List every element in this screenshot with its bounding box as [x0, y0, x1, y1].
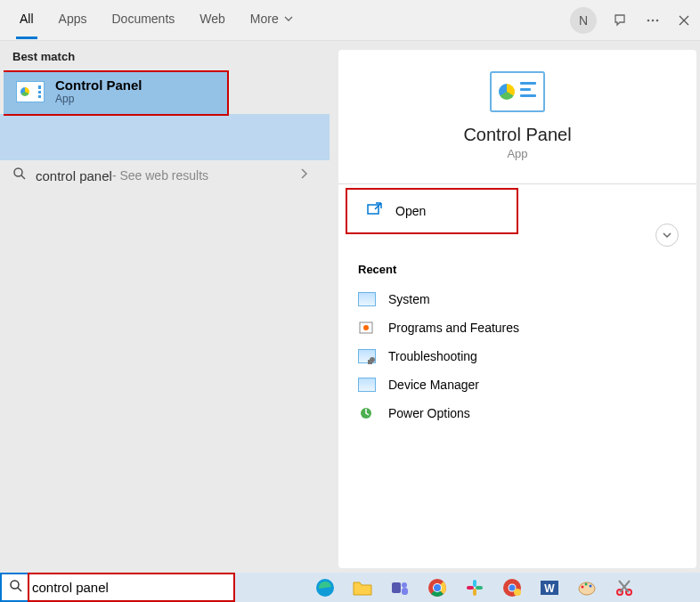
svg-point-26 — [509, 584, 516, 590]
web-result-item[interactable]: control panel - See web results — [0, 158, 330, 193]
feedback-icon[interactable] — [613, 12, 629, 28]
web-result-term: control panel — [36, 168, 112, 183]
ellipsis-icon[interactable] — [645, 12, 661, 28]
recent-item-label: Device Manager — [388, 378, 479, 392]
svg-rect-5 — [368, 205, 378, 214]
svg-rect-23 — [467, 586, 474, 590]
recent-item-troubleshooting[interactable]: Troubleshooting — [358, 342, 677, 370]
svg-rect-12 — [392, 582, 401, 593]
best-match-title: Control Panel — [55, 77, 142, 93]
svg-point-0 — [647, 19, 650, 21]
recent-item-label: Programs and Features — [388, 321, 519, 335]
edge-icon[interactable] — [315, 578, 335, 598]
teams-icon[interactable] — [390, 578, 410, 598]
tab-list: All Apps Documents Web More — [16, 1, 570, 39]
svg-point-2 — [656, 19, 659, 21]
tab-more[interactable]: More — [247, 1, 297, 39]
control-panel-icon — [16, 81, 45, 102]
best-match-label: Best match — [0, 41, 330, 70]
recent-item-label: Power Options — [388, 406, 470, 420]
tab-documents[interactable]: Documents — [108, 1, 178, 39]
svg-point-32 — [585, 582, 588, 585]
recent-item-system[interactable]: System — [358, 285, 677, 313]
recent-item-label: Troubleshooting — [388, 349, 477, 363]
recent-section: Recent System Programs and Features Trou… — [338, 247, 696, 427]
svg-point-13 — [402, 582, 407, 588]
svg-text:W: W — [544, 582, 555, 595]
chevron-right-icon — [299, 167, 308, 183]
open-action[interactable]: Open — [346, 188, 518, 234]
best-match-selection — [0, 114, 330, 160]
search-icon — [12, 167, 27, 184]
slack-icon[interactable] — [465, 578, 484, 598]
svg-point-31 — [582, 585, 584, 588]
search-icon — [9, 579, 23, 597]
open-label: Open — [395, 204, 426, 218]
best-match-item[interactable]: Control Panel App — [4, 70, 229, 116]
header-bar: All Apps Documents Web More N — [0, 0, 700, 41]
svg-point-7 — [363, 325, 369, 330]
power-options-icon — [358, 406, 376, 420]
chevron-down-icon — [284, 14, 293, 23]
tab-all[interactable]: All — [16, 1, 37, 39]
control-panel-large-icon — [490, 71, 545, 112]
body: Best match Control Panel App Search the … — [0, 41, 700, 573]
recent-label: Recent — [358, 263, 677, 276]
svg-point-1 — [652, 19, 655, 21]
svg-line-10 — [18, 588, 21, 591]
svg-rect-22 — [473, 589, 476, 596]
recent-item-device-manager[interactable]: Device Manager — [358, 370, 677, 399]
troubleshooting-icon — [358, 349, 376, 363]
taskbar: W — [235, 573, 700, 602]
svg-point-33 — [590, 584, 592, 587]
header-right: N — [570, 7, 691, 34]
svg-rect-21 — [476, 586, 483, 590]
preview-card: Control Panel App Open Recent System — [338, 50, 696, 568]
right-panel: Control Panel App Open Recent System — [330, 41, 700, 573]
recent-item-power-options[interactable]: Power Options — [358, 399, 677, 427]
avatar[interactable]: N — [570, 7, 597, 34]
svg-point-19 — [434, 584, 441, 591]
chrome-canary-icon[interactable] — [502, 578, 522, 598]
open-icon — [367, 202, 383, 220]
tab-web[interactable]: Web — [196, 1, 229, 39]
bottom-bar: W — [0, 573, 700, 602]
svg-point-3 — [14, 168, 22, 176]
search-input[interactable] — [32, 580, 226, 595]
recent-item-label: System — [388, 292, 430, 306]
search-box[interactable] — [0, 573, 235, 602]
close-icon[interactable] — [677, 13, 691, 28]
svg-point-27 — [514, 589, 521, 596]
svg-line-4 — [21, 175, 25, 179]
chevron-down-icon — [662, 231, 672, 240]
expand-toggle[interactable] — [655, 224, 679, 247]
preview-title: Control Panel — [338, 125, 696, 145]
system-icon — [358, 292, 376, 306]
chrome-icon[interactable] — [427, 578, 447, 598]
preview-subtitle: App — [338, 147, 696, 160]
word-icon[interactable]: W — [540, 578, 559, 598]
tab-apps[interactable]: Apps — [55, 1, 91, 39]
svg-point-9 — [11, 581, 19, 589]
svg-rect-20 — [473, 580, 476, 587]
web-result-suffix: - See web results — [112, 168, 208, 183]
paint-icon[interactable] — [577, 578, 597, 598]
snip-icon[interactable] — [615, 578, 634, 598]
divider — [338, 183, 696, 184]
svg-rect-14 — [402, 588, 408, 595]
left-panel: Best match Control Panel App Search the … — [0, 41, 330, 573]
tab-more-label: More — [250, 12, 279, 26]
device-manager-icon — [358, 378, 376, 392]
best-match-subtitle: App — [55, 93, 142, 105]
recent-item-programs[interactable]: Programs and Features — [358, 313, 677, 342]
programs-icon — [358, 321, 376, 335]
preview-header: Control Panel App — [338, 50, 696, 173]
file-explorer-icon[interactable] — [353, 578, 372, 598]
